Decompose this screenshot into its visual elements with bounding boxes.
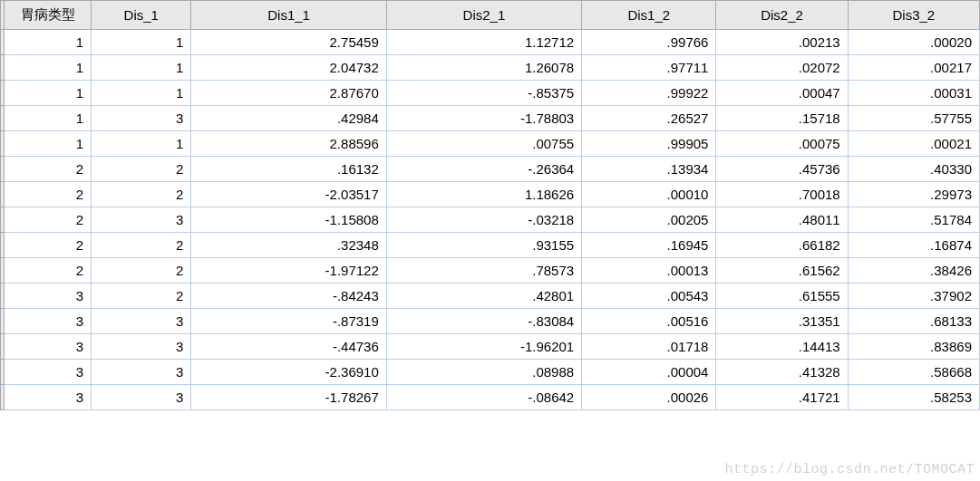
cell-c6[interactable]: .00031 <box>848 81 979 106</box>
cell-c2[interactable]: -2.36910 <box>191 360 386 385</box>
cell-c4[interactable]: .97711 <box>582 55 716 81</box>
cell-c3[interactable]: 1.26078 <box>386 55 581 81</box>
column-header-c1[interactable]: Dis_1 <box>92 1 191 30</box>
cell-c6[interactable]: .16874 <box>848 233 979 258</box>
cell-c6[interactable]: .58253 <box>848 385 979 410</box>
cell-c0[interactable]: 1 <box>5 55 92 81</box>
cell-c4[interactable]: .00004 <box>582 360 716 385</box>
cell-c2[interactable]: -1.15808 <box>191 207 386 233</box>
cell-c4[interactable]: .00516 <box>582 309 716 334</box>
cell-c6[interactable]: .57755 <box>848 106 979 131</box>
column-header-c4[interactable]: Dis1_2 <box>582 1 716 30</box>
cell-c6[interactable]: .00021 <box>848 131 979 157</box>
cell-c4[interactable]: .00013 <box>582 258 716 284</box>
cell-c5[interactable]: .61562 <box>716 258 848 284</box>
cell-c2[interactable]: .32348 <box>191 233 386 258</box>
cell-c6[interactable]: .00217 <box>848 55 979 81</box>
cell-c1[interactable]: 3 <box>92 207 191 233</box>
cell-c3[interactable]: -.85375 <box>386 81 581 106</box>
cell-c1[interactable]: 2 <box>92 258 191 284</box>
cell-c3[interactable]: 1.18626 <box>386 182 581 207</box>
cell-c5[interactable]: .00213 <box>716 30 848 55</box>
cell-c1[interactable]: 3 <box>92 334 191 360</box>
cell-c3[interactable]: -1.78803 <box>386 106 581 131</box>
cell-c5[interactable]: .41328 <box>716 360 848 385</box>
cell-c2[interactable]: -1.97122 <box>191 258 386 284</box>
cell-c5[interactable]: .02072 <box>716 55 848 81</box>
cell-c0[interactable]: 3 <box>5 385 92 410</box>
cell-c4[interactable]: .00543 <box>582 284 716 309</box>
data-grid[interactable]: 胃病类型Dis_1Dis1_1Dis2_1Dis1_2Dis2_2Dis3_2 … <box>0 0 980 410</box>
cell-c3[interactable]: .42801 <box>386 284 581 309</box>
cell-c1[interactable]: 1 <box>92 30 191 55</box>
cell-c3[interactable]: .93155 <box>386 233 581 258</box>
cell-c1[interactable]: 1 <box>92 131 191 157</box>
cell-c0[interactable]: 1 <box>5 30 92 55</box>
cell-c2[interactable]: -.87319 <box>191 309 386 334</box>
cell-c1[interactable]: 3 <box>92 360 191 385</box>
cell-c6[interactable]: .38426 <box>848 258 979 284</box>
cell-c6[interactable]: .83869 <box>848 334 979 360</box>
cell-c2[interactable]: .42984 <box>191 106 386 131</box>
cell-c1[interactable]: 2 <box>92 233 191 258</box>
cell-c0[interactable]: 1 <box>5 131 92 157</box>
cell-c4[interactable]: .00026 <box>582 385 716 410</box>
cell-c0[interactable]: 2 <box>5 258 92 284</box>
column-header-c5[interactable]: Dis2_2 <box>716 1 848 30</box>
cell-c2[interactable]: -2.03517 <box>191 182 386 207</box>
cell-c4[interactable]: .99766 <box>582 30 716 55</box>
cell-c4[interactable]: .16945 <box>582 233 716 258</box>
cell-c3[interactable]: .78573 <box>386 258 581 284</box>
cell-c6[interactable]: .51784 <box>848 207 979 233</box>
cell-c0[interactable]: 1 <box>5 81 92 106</box>
cell-c1[interactable]: 3 <box>92 385 191 410</box>
cell-c2[interactable]: 2.87670 <box>191 81 386 106</box>
cell-c5[interactable]: .41721 <box>716 385 848 410</box>
column-header-c3[interactable]: Dis2_1 <box>386 1 581 30</box>
cell-c5[interactable]: .31351 <box>716 309 848 334</box>
cell-c6[interactable]: .37902 <box>848 284 979 309</box>
cell-c2[interactable]: -.84243 <box>191 284 386 309</box>
cell-c5[interactable]: .48011 <box>716 207 848 233</box>
cell-c1[interactable]: 3 <box>92 106 191 131</box>
cell-c2[interactable]: .16132 <box>191 157 386 182</box>
column-header-c2[interactable]: Dis1_1 <box>191 1 386 30</box>
cell-c6[interactable]: .58668 <box>848 360 979 385</box>
cell-c4[interactable]: .01718 <box>582 334 716 360</box>
cell-c3[interactable]: -.08642 <box>386 385 581 410</box>
cell-c4[interactable]: .00010 <box>582 182 716 207</box>
cell-c0[interactable]: 2 <box>5 157 92 182</box>
cell-c2[interactable]: -1.78267 <box>191 385 386 410</box>
cell-c3[interactable]: -1.96201 <box>386 334 581 360</box>
cell-c5[interactable]: .15718 <box>716 106 848 131</box>
cell-c0[interactable]: 2 <box>5 233 92 258</box>
cell-c1[interactable]: 2 <box>92 157 191 182</box>
cell-c0[interactable]: 2 <box>5 207 92 233</box>
cell-c0[interactable]: 3 <box>5 284 92 309</box>
cell-c3[interactable]: .00755 <box>386 131 581 157</box>
cell-c0[interactable]: 3 <box>5 360 92 385</box>
cell-c3[interactable]: .08988 <box>386 360 581 385</box>
cell-c4[interactable]: .13934 <box>582 157 716 182</box>
cell-c0[interactable]: 3 <box>5 309 92 334</box>
cell-c1[interactable]: 2 <box>92 182 191 207</box>
column-header-c0[interactable]: 胃病类型 <box>5 1 92 30</box>
cell-c3[interactable]: 1.12712 <box>386 30 581 55</box>
cell-c5[interactable]: .00047 <box>716 81 848 106</box>
cell-c6[interactable]: .00020 <box>848 30 979 55</box>
cell-c0[interactable]: 1 <box>5 106 92 131</box>
cell-c4[interactable]: .99922 <box>582 81 716 106</box>
cell-c5[interactable]: .45736 <box>716 157 848 182</box>
cell-c4[interactable]: .26527 <box>582 106 716 131</box>
cell-c6[interactable]: .40330 <box>848 157 979 182</box>
cell-c5[interactable]: .00075 <box>716 131 848 157</box>
cell-c3[interactable]: -.03218 <box>386 207 581 233</box>
cell-c4[interactable]: .99905 <box>582 131 716 157</box>
cell-c0[interactable]: 2 <box>5 182 92 207</box>
cell-c1[interactable]: 1 <box>92 55 191 81</box>
cell-c5[interactable]: .66182 <box>716 233 848 258</box>
cell-c1[interactable]: 1 <box>92 81 191 106</box>
cell-c4[interactable]: .00205 <box>582 207 716 233</box>
cell-c2[interactable]: 2.88596 <box>191 131 386 157</box>
cell-c3[interactable]: -.26364 <box>386 157 581 182</box>
